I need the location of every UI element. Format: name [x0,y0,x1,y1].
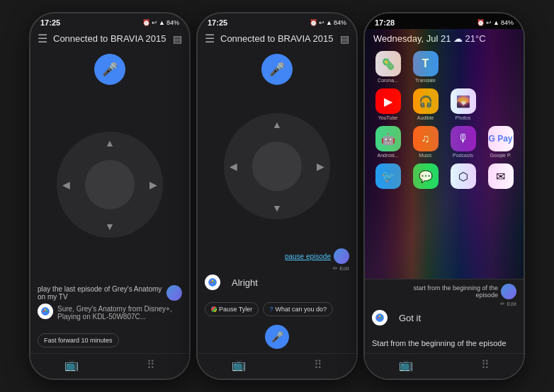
app-photos[interactable]: 🌄 Photos [447,88,479,120]
dpad-wheel-1[interactable]: ▲ ▼ ◀ ▶ [57,132,163,238]
dpad-up-1[interactable]: ▲ [105,137,115,149]
tv-icon-3[interactable]: 📺 [399,358,413,371]
svg-point-6 [213,282,215,283]
chat-area-2: pause episode ✏ Edit Alright [198,244,356,298]
app-placeholder-3 [485,88,516,120]
corona-label: Corona... [378,78,398,83]
assistant-icon-3 [372,310,388,325]
status-icons-3: ⏰ ↩ ▲ 84% [477,19,514,26]
app-corona[interactable]: 🦠 Corona... [372,51,404,83]
app-twitter[interactable]: 🐦 [372,163,404,190]
app-placeholder-1 [447,51,479,83]
app-music[interactable]: ♫ Music [409,126,441,158]
phone-1: 17:25 ⏰ ↩ ▲ 84% ☰ Connected to BRAVIA 20… [29,12,191,380]
suggestion-chip-pause-tyler[interactable]: Pause Tyler [205,302,259,316]
dpad-wheel-2[interactable]: ▲ ▼ ◀ ▶ [224,113,330,219]
svg-point-7 [212,280,213,282]
edit-label-2[interactable]: ✏ Edit [333,265,349,272]
suggestion-chip-1[interactable]: Fast forward 10 minutes [38,333,119,347]
svg-point-1 [43,311,45,312]
pause-tyler-label: Pause Tyler [219,306,252,313]
bottom-nav-1: 📺 ⠿ [30,353,189,379]
app-translate[interactable]: T Translate [409,51,441,83]
dpad-up-2[interactable]: ▲ [272,119,282,130]
tv-icon-1[interactable]: 📺 [64,358,79,371]
user-avatar-2 [334,248,349,264]
app-gpay[interactable]: G Pay Google P. [485,126,516,158]
assistant-row-1: Sure, Grey's Anatomy from Disney+, Playi… [38,304,182,322]
music-label: Music [419,153,431,158]
app-audible[interactable]: 🎧 Audible [409,88,441,120]
chat-icon-2[interactable]: ▤ [340,33,349,45]
phone-2: 17:25 ⏰ ↩ ▲ 84% ☰ Connected to BRAVIA 20… [196,12,358,380]
command-text-2: pause episode [285,253,331,260]
chrome-icon: ⬡ [451,163,476,189]
alarm-icon-2: ⏰ [310,19,317,26]
chat-icon-1[interactable]: ▤ [173,33,182,45]
gpay-label: Google P. [490,153,511,158]
app-chrome[interactable]: ⬡ [447,163,479,190]
dpad-right-2[interactable]: ▶ [317,161,324,172]
dots-icon-1[interactable]: ⠿ [147,358,155,371]
assistant-response-1: Sure, Grey's Anatomy from Disney+, Playi… [57,304,182,322]
assistant-overlay-3: start from the beginning of the episode … [365,279,524,379]
bottom-nav-2: 📺 ⠿ [198,353,356,379]
mic-button-bottom-2[interactable]: 🎤 [265,325,289,349]
user-avatar-3 [501,284,516,299]
app-youtube[interactable]: ▶ YouTube [372,88,404,120]
phone-3: 17:28 ⏰ ↩ ▲ 84% Wednesday, Jul 21 ☁ 21°C… [363,12,525,380]
translate-icon: T [413,51,439,76]
tv-icon-2[interactable]: 📺 [232,358,246,371]
mic-container-1: 🎤 [30,48,189,88]
assistant-row-2: Alright [205,275,349,291]
status-icons-2: ⏰ ↩ ▲ 84% [310,19,346,26]
youtube-label: YouTube [378,115,398,120]
user-message-row-1: play the last episode of Grey's Anatomy … [38,285,182,301]
dpad-right-1[interactable]: ▶ [149,179,157,190]
mic-button-2[interactable]: 🎤 [261,54,293,85]
wifi-icon: ▲ [159,19,165,26]
app-podcasts[interactable]: 🎙 Podcasts [447,126,479,158]
bottom-nav-3: 📺 ⠿ [365,353,524,379]
dots-icon-3[interactable]: ⠿ [481,358,490,371]
music-icon: ♫ [413,126,439,151]
suggestion-chip-what-can[interactable]: ? What can you do? [263,302,333,316]
dpad-down-1[interactable]: ▼ [105,221,115,232]
header-title-2: Connected to BRAVIA 2015 [220,33,334,44]
chat-area-1: play the last episode of Grey's Anatomy … [30,281,189,329]
dpad-left-1[interactable]: ◀ [62,179,70,190]
dpad-down-2[interactable]: ▼ [272,202,282,214]
dots-icon-2[interactable]: ⠿ [314,358,322,371]
chat-area-3: start from the beginning of the episode … [365,279,524,333]
svg-point-11 [379,316,380,317]
svg-point-3 [45,309,46,311]
app-gmail[interactable]: ✉ [485,163,516,190]
time-2: 17:25 [208,18,227,27]
time-3: 17:28 [375,18,395,27]
app-android[interactable]: 🤖 Android... [372,126,404,158]
user-avatar-1 [166,285,182,301]
photos-label: Photos [456,115,471,120]
menu-icon-2[interactable]: ☰ [205,32,215,45]
mic-button-1[interactable]: 🎤 [94,54,125,85]
dpad-left-2[interactable]: ◀ [230,161,237,172]
audible-icon: 🎧 [413,88,439,114]
mic-container-2: 🎤 [198,48,356,88]
alarm-icon-3: ⏰ [477,19,485,26]
translate-label: Translate [415,78,436,83]
assistant-icon-1 [38,304,53,319]
user-message-1: play the last episode of Grey's Anatomy … [38,285,162,301]
header-title-1: Connected to BRAVIA 2015 [53,33,167,44]
menu-icon-1[interactable]: ☰ [38,32,47,45]
g-logo-icon [211,306,217,312]
dpad-center-2[interactable] [252,142,302,191]
phones-container: 17:25 ⏰ ↩ ▲ 84% ☰ Connected to BRAVIA 20… [22,5,532,387]
alarm-icon: ⏰ [142,19,150,26]
edit-label-3[interactable]: ✏ Edit [500,301,516,307]
app-whatsapp[interactable]: 💬 [409,163,441,190]
time-1: 17:25 [40,18,60,27]
youtube-icon: ▶ [375,88,401,114]
dpad-center-1[interactable] [85,160,135,209]
mic-bottom-2: 🎤 [198,322,356,353]
svg-point-10 [380,317,382,318]
